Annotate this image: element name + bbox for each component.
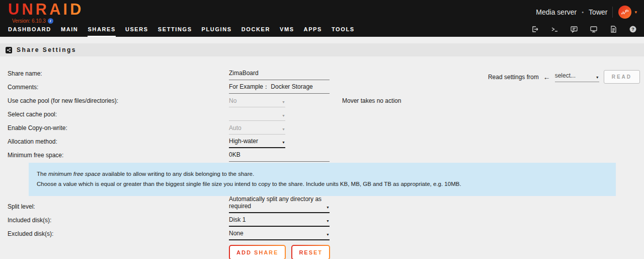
share-settings-icon: [6, 47, 12, 53]
nav-plugins[interactable]: PLUGINS: [202, 26, 232, 37]
use-cache-pool-select: No ▼: [229, 97, 285, 107]
chevron-down-icon: ▾: [634, 10, 637, 15]
terminal-icon[interactable]: [550, 25, 558, 33]
log-icon[interactable]: [609, 25, 617, 33]
form-row-included-disks: Included disk(s): Disk 1 ▼: [0, 214, 644, 228]
nav-users[interactable]: USERS: [125, 26, 148, 37]
app-header: UNRAID Version: 6.10.3 i Media server • …: [0, 0, 644, 37]
help-icon[interactable]: ?: [629, 25, 637, 33]
display-icon[interactable]: [590, 25, 598, 33]
info-line-1: The minimum free space available to allo…: [37, 170, 608, 178]
form-row-copy-on-write: Enable Copy-on-write: Auto ▼: [0, 122, 644, 136]
logout-icon[interactable]: [531, 25, 539, 33]
form-row-select-cache-pool: Select cache pool: ▼: [0, 108, 644, 122]
header-toolbar: ?: [531, 25, 637, 33]
server-info: Media server • Tower: [536, 5, 637, 19]
chevron-down-icon: ▼: [326, 233, 330, 237]
feedback-icon[interactable]: [570, 25, 578, 33]
chevron-down-icon: ▼: [282, 114, 285, 118]
field-label: Enable Copy-on-write:: [8, 124, 67, 132]
nav-shares[interactable]: SHARES: [88, 26, 115, 37]
form-row-use-cache-pool: Use cache pool (for new files/directorie…: [0, 95, 644, 108]
copy-on-write-select: Auto ▼: [229, 124, 285, 135]
disk-settings-rows: Split level: Automatically split any dir…: [0, 201, 644, 241]
allocation-method-select[interactable]: High-water ▼: [229, 138, 285, 148]
info-line-2: Choose a value which is equal or greater…: [37, 180, 608, 188]
version-info-icon[interactable]: i: [48, 18, 53, 24]
min-free-space-input[interactable]: [229, 151, 330, 162]
chevron-down-icon: ▼: [282, 100, 285, 104]
field-label: Share name:: [8, 70, 42, 77]
page-title: Share Settings: [17, 46, 76, 53]
section-header: Share Settings: [0, 43, 644, 56]
header-divider: [612, 7, 613, 18]
share-settings-form: Read settings from ← select... ▼ READ Sh…: [0, 68, 644, 259]
reset-button[interactable]: RESET: [291, 245, 330, 259]
share-name-input[interactable]: [229, 70, 330, 80]
excluded-disks-select[interactable]: None ▼: [229, 230, 330, 240]
field-label: Use cache pool (for new files/directorie…: [8, 97, 118, 104]
unraid-logo: UNRAID: [8, 1, 84, 19]
nav-vms[interactable]: VMS: [280, 26, 294, 37]
avatar[interactable]: [618, 5, 632, 19]
svg-text:?: ?: [631, 27, 634, 32]
chevron-down-icon: ▼: [282, 127, 285, 132]
form-row-excluded-disks: Excluded disk(s): None ▼: [0, 228, 644, 241]
field-label: Included disk(s):: [8, 217, 51, 224]
nav-tools[interactable]: TOOLS: [332, 26, 355, 37]
comments-input[interactable]: [229, 83, 330, 94]
form-row-comments: Comments:: [0, 81, 644, 95]
form-row-split-level: Split level: Automatically split any dir…: [0, 201, 644, 214]
form-row-share-name: Share name:: [0, 68, 644, 81]
bullet-separator: •: [582, 9, 584, 15]
version-label: Version: 6.10.3 i: [12, 18, 53, 24]
nav-dashboard[interactable]: DASHBOARD: [8, 26, 51, 37]
field-label: Comments:: [8, 84, 38, 91]
nav-settings[interactable]: SETTINGS: [158, 26, 192, 37]
chevron-down-icon: ▼: [326, 206, 330, 210]
included-disks-select[interactable]: Disk 1 ▼: [229, 216, 330, 227]
cache-pool-select: ▼: [229, 114, 285, 121]
add-share-button[interactable]: ADD SHARE: [229, 245, 286, 259]
form-row-allocation-method: Allocation method: High-water ▼: [0, 136, 644, 149]
field-label: Excluded disk(s):: [8, 230, 53, 237]
server-name: Tower: [589, 8, 607, 16]
nav-docker[interactable]: DOCKER: [242, 26, 270, 37]
help-info-box: The minimum free space available to allo…: [29, 163, 616, 196]
chevron-down-icon: ▼: [326, 219, 330, 223]
form-row-min-free-space: Minimum free space:: [0, 149, 644, 163]
mover-action-note: Mover takes no action: [342, 97, 401, 104]
main-nav: DASHBOARD MAIN SHARES USERS SETTINGS PLU…: [8, 26, 355, 37]
field-label: Split level:: [8, 203, 35, 210]
field-label: Minimum free space:: [8, 152, 63, 159]
user-avatar-menu[interactable]: ▾: [618, 5, 637, 19]
field-label: Select cache pool:: [8, 111, 57, 118]
chevron-down-icon: ▼: [282, 141, 285, 145]
split-level-select[interactable]: Automatically split any directory as req…: [229, 196, 330, 213]
nav-apps[interactable]: APPS: [304, 26, 322, 37]
server-description: Media server: [536, 8, 577, 16]
form-actions: ADD SHARE RESET: [229, 245, 644, 259]
nav-main[interactable]: MAIN: [61, 26, 78, 37]
field-label: Allocation method:: [8, 138, 57, 145]
